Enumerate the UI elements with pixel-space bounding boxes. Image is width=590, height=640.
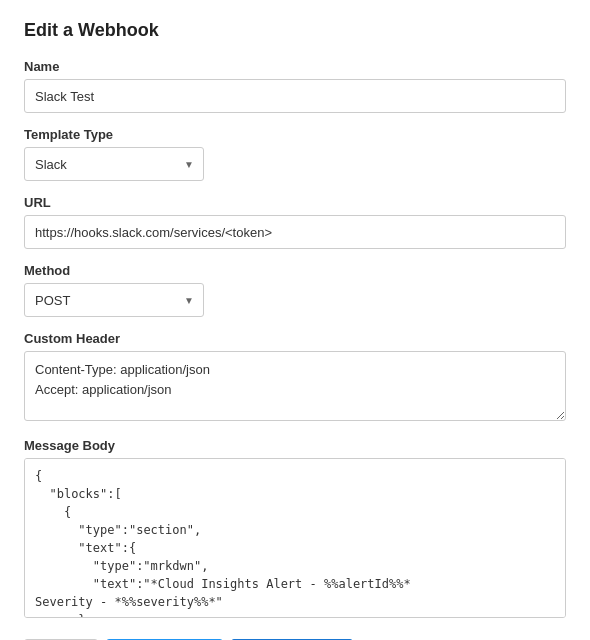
template-type-select[interactable]: Slack Generic Custom (24, 147, 204, 181)
name-group: Name (24, 59, 566, 113)
message-body-group: Message Body { "blocks":[ { "type":"sect… (24, 438, 566, 621)
url-input[interactable] (24, 215, 566, 249)
method-select-wrapper: POST GET PUT ▼ (24, 283, 204, 317)
custom-header-textarea[interactable]: Content-Type: application/json Accept: a… (24, 351, 566, 421)
method-select[interactable]: POST GET PUT (24, 283, 204, 317)
name-label: Name (24, 59, 566, 74)
url-group: URL (24, 195, 566, 249)
name-input[interactable] (24, 79, 566, 113)
method-group: Method POST GET PUT ▼ (24, 263, 566, 317)
page-title: Edit a Webhook (24, 20, 566, 41)
template-type-label: Template Type (24, 127, 566, 142)
custom-header-group: Custom Header Content-Type: application/… (24, 331, 566, 424)
url-label: URL (24, 195, 566, 210)
template-type-select-wrapper: Slack Generic Custom ▼ (24, 147, 204, 181)
template-type-group: Template Type Slack Generic Custom ▼ (24, 127, 566, 181)
method-label: Method (24, 263, 566, 278)
message-body-textarea[interactable]: { "blocks":[ { "type":"section", "text":… (24, 458, 566, 618)
message-body-label: Message Body (24, 438, 566, 453)
custom-header-label: Custom Header (24, 331, 566, 346)
